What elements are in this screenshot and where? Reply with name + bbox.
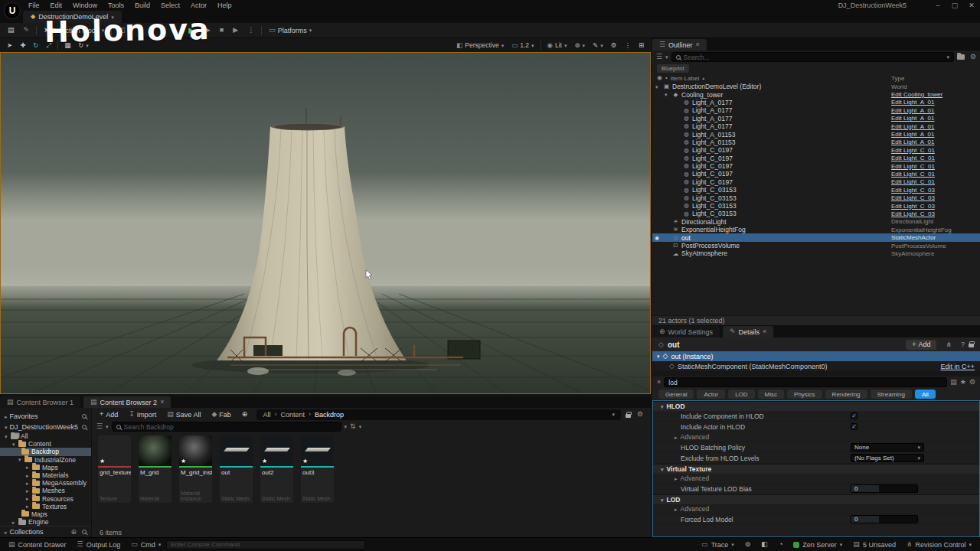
- grid-snap-toggle[interactable]: [60, 38, 74, 52]
- outliner-row[interactable]: Light_A_0177Edit Light_A_01: [652, 115, 980, 122]
- edit-in-cpp-link[interactable]: Edit in C++: [940, 363, 975, 370]
- revision-control-dropdown[interactable]: Revision Control: [901, 538, 977, 551]
- details-tab-streaming[interactable]: Streaming: [871, 390, 912, 399]
- camera-perspective-dropdown[interactable]: Perspective: [452, 38, 508, 52]
- tree-item-industrialzone[interactable]: IndustrialZone: [0, 456, 91, 464]
- outliner-row[interactable]: Light_C_03153Edit Light_C_03: [652, 210, 980, 217]
- move-tool[interactable]: [16, 38, 29, 52]
- outliner-row[interactable]: Light_C_0197Edit Light_C_01: [652, 178, 980, 186]
- filter-chip[interactable]: Blueprint: [657, 64, 689, 73]
- outliner-search-box[interactable]: [671, 52, 954, 62]
- tab-world-settings[interactable]: World Settings: [652, 326, 720, 337]
- advanced-expander[interactable]: Advanced: [653, 474, 979, 484]
- advanced-expander[interactable]: Advanced: [653, 432, 979, 442]
- chevron-down-icon[interactable]: [612, 412, 615, 417]
- tree-item-materials[interactable]: Materials: [0, 471, 91, 479]
- outliner-row[interactable]: PostProcessVolumePostProcessVolume: [652, 242, 980, 249]
- tree-item-content[interactable]: Content: [0, 440, 91, 448]
- menu-tools[interactable]: Tools: [103, 2, 129, 9]
- search-icon[interactable]: [82, 530, 87, 534]
- details-search-box[interactable]: [664, 377, 947, 387]
- rotation-snap-toggle[interactable]: [74, 38, 93, 52]
- chevron-down-icon[interactable]: [106, 424, 109, 429]
- close-icon[interactable]: [696, 41, 700, 48]
- menu-select[interactable]: Select: [155, 2, 185, 9]
- asset-tile-grid-texture-2[interactable]: grid_texture_2 Texture: [98, 435, 131, 503]
- menu-file[interactable]: File: [23, 2, 45, 9]
- stop-button[interactable]: [215, 23, 228, 38]
- tree-item-megaassembly[interactable]: MegaAssembly: [0, 479, 91, 487]
- outliner-row[interactable]: Light_C_03153Edit Light_C_03: [652, 186, 980, 194]
- details-tab-lod[interactable]: LOD: [728, 390, 754, 399]
- chevron-down-icon[interactable]: [665, 54, 668, 60]
- outliner-row[interactable]: Light_A_0177Edit Light_A_01: [652, 99, 980, 106]
- checkbox-checked[interactable]: [851, 412, 858, 419]
- component-tree-root[interactable]: out (Instance): [652, 351, 980, 361]
- tab-details[interactable]: Details: [723, 326, 773, 337]
- help-icon[interactable]: [961, 341, 965, 348]
- close-button[interactable]: ✕: [963, 2, 980, 9]
- view-mode-dropdown[interactable]: Lit: [544, 38, 571, 52]
- tree-item-maps-2[interactable]: Maps: [0, 510, 91, 518]
- scale-tool[interactable]: [42, 38, 55, 52]
- launch-button[interactable]: [228, 23, 243, 38]
- tree-item-textures[interactable]: Textures: [0, 503, 91, 510]
- tree-item-maps[interactable]: Maps: [0, 464, 91, 471]
- outliner-row[interactable]: Light_C_03153Edit Light_C_03: [652, 202, 980, 210]
- exclude-hlod-dropdown[interactable]: (No Flags Set): [851, 454, 924, 462]
- tree-item-engine[interactable]: Engine: [0, 518, 91, 526]
- outliner-row[interactable]: Cooling_towerEdit Cooling_tower: [652, 90, 980, 98]
- level-tab[interactable]: DestructionDemoLevel: [23, 11, 122, 23]
- gear-icon[interactable]: [969, 379, 975, 386]
- zen-server-dropdown[interactable]: Zen Server: [788, 538, 848, 551]
- breadcrumb-all[interactable]: All: [263, 411, 270, 419]
- favorites-icon[interactable]: [960, 379, 966, 386]
- close-icon[interactable]: [160, 399, 164, 406]
- tree-item-all[interactable]: All: [0, 432, 91, 440]
- asset-tile-m-grid[interactable]: M_grid Material: [139, 435, 172, 503]
- add-collection-icon[interactable]: [70, 529, 77, 536]
- frame-skip-button[interactable]: [199, 23, 215, 38]
- chevron-down-icon[interactable]: [946, 54, 949, 60]
- screen-size-dropdown[interactable]: 1.2: [508, 38, 537, 52]
- play-button[interactable]: [184, 23, 199, 38]
- import-button[interactable]: Import: [124, 409, 161, 421]
- details-tab-rendering[interactable]: Rendering: [825, 390, 867, 399]
- history-back-icon[interactable]: [237, 409, 253, 421]
- display-options-icon[interactable]: [950, 379, 957, 386]
- menu-actor[interactable]: Actor: [185, 2, 212, 9]
- outliner-row[interactable]: SkyAtmosphereSkyAtmosphere: [652, 249, 980, 257]
- trace-dropdown[interactable]: Trace: [696, 538, 740, 551]
- details-tab-actor[interactable]: Actor: [697, 390, 725, 399]
- outliner-row[interactable]: Light_C_03153Edit Light_C_03: [652, 194, 980, 201]
- show-flags-dropdown[interactable]: [570, 38, 589, 52]
- maximize-viewport-button[interactable]: [635, 38, 648, 52]
- console-input[interactable]: [171, 541, 361, 548]
- asset-tile-out2[interactable]: out2 Static Mesh: [260, 435, 293, 503]
- clear-search-icon[interactable]: [657, 379, 661, 386]
- chevron-down-icon[interactable]: [359, 424, 362, 429]
- chevron-down-icon[interactable]: [345, 424, 348, 429]
- minimize-button[interactable]: –: [929, 2, 946, 9]
- asset-tile-m-grid-inst[interactable]: M_grid_inst Material Instance: [179, 435, 212, 503]
- quick-settings-dropdown[interactable]: [114, 23, 135, 38]
- asset-tile-out3[interactable]: out3 Static Mesh: [301, 435, 334, 503]
- asset-search-box[interactable]: [112, 422, 341, 432]
- favorites-section[interactable]: Favorites: [0, 411, 91, 422]
- menu-build[interactable]: Build: [129, 2, 155, 9]
- outliner-row[interactable]: Light_C_0197Edit Light_C_01: [652, 162, 980, 170]
- collections-section[interactable]: Collections: [0, 526, 91, 537]
- section-hlod[interactable]: HLOD: [653, 401, 979, 411]
- content-drawer-button[interactable]: Content Drawer: [3, 538, 72, 551]
- filter-icon[interactable]: [656, 54, 662, 60]
- selection-mode-dropdown[interactable]: Selection Mode: [39, 23, 109, 38]
- screenshot-icon[interactable]: [740, 538, 756, 551]
- tab-content-browser-2[interactable]: Content Browser 2: [83, 396, 171, 408]
- menu-edit[interactable]: Edit: [45, 2, 68, 9]
- gear-icon[interactable]: [970, 54, 976, 60]
- menu-window[interactable]: Window: [67, 2, 103, 9]
- details-tab-misc[interactable]: Misc: [758, 390, 784, 399]
- search-icon[interactable]: [82, 414, 87, 419]
- outliner-row[interactable]: DirectionalLightDirectionalLight: [652, 218, 980, 226]
- forced-lod-field[interactable]: 0: [851, 515, 918, 523]
